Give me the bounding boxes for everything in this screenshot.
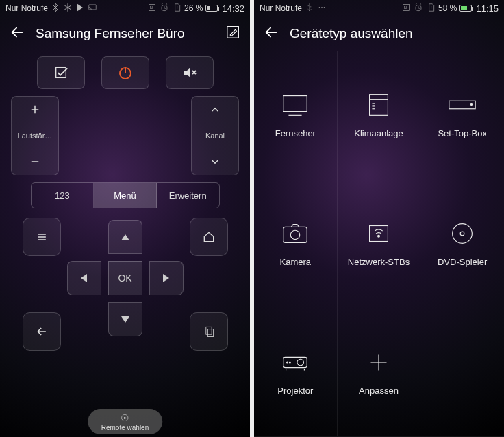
device-label: DVD-Spieler: [438, 257, 487, 267]
remote-screen: Nur Notrufe N ! 26 %: [0, 0, 250, 437]
alarm-icon: [414, 3, 423, 14]
volume-rocker[interactable]: Lautstär…: [11, 96, 59, 175]
stb-icon: [446, 91, 478, 118]
check-button[interactable]: [37, 56, 85, 89]
plus-icon[interactable]: [29, 103, 41, 116]
svg-rect-30: [370, 226, 388, 242]
svg-point-11: [124, 417, 125, 419]
remote-icon: [120, 413, 129, 423]
dpad-right[interactable]: [149, 261, 184, 295]
home-button[interactable]: [190, 218, 228, 256]
svg-point-36: [287, 362, 288, 363]
nfc-icon: N: [147, 3, 157, 14]
usb-icon: [305, 3, 314, 14]
minus-icon[interactable]: [29, 155, 41, 168]
device-stb[interactable]: Set-Top-Box: [420, 51, 504, 179]
device-label: Projektor: [277, 386, 313, 396]
device-label: Fernseher: [275, 128, 316, 138]
empty-cell: [420, 308, 504, 437]
alarm-icon: [160, 3, 169, 14]
cast-icon: [88, 3, 97, 14]
clock: 14:32: [222, 3, 244, 14]
svg-rect-19: [284, 96, 307, 112]
svg-text:!: !: [177, 5, 178, 10]
disc-icon: [446, 220, 478, 247]
dpad-down[interactable]: [108, 302, 142, 336]
svg-rect-8: [205, 327, 211, 334]
snow-icon: [63, 3, 73, 14]
device-label: Netzwerk-STBs: [348, 257, 410, 267]
svg-rect-28: [284, 227, 307, 242]
plus-icon: [363, 349, 394, 376]
status-bar: Nur Notrufe N ! 58 % 11:15: [254, 0, 504, 16]
no-sim-icon: !: [426, 3, 436, 14]
volume-label: Lautstär…: [18, 132, 53, 140]
device-label: Anpassen: [359, 386, 399, 396]
dpad-up[interactable]: [108, 220, 142, 254]
device-ac[interactable]: Klimaanlage: [338, 51, 421, 179]
svg-point-12: [319, 7, 320, 8]
device-camera[interactable]: Kamera: [254, 179, 338, 308]
segment-menu[interactable]: Menü: [94, 183, 157, 208]
power-button[interactable]: [101, 56, 149, 89]
list-button[interactable]: [23, 218, 61, 256]
battery-percent: 26 %: [184, 3, 203, 13]
svg-text:!: !: [431, 5, 432, 10]
chevron-up-icon[interactable]: [209, 103, 221, 116]
projector-icon: [279, 349, 311, 376]
status-bar: Nur Notrufe N ! 26 %: [0, 0, 250, 16]
tv-icon: [279, 91, 311, 118]
battery-percent: 58 %: [438, 3, 457, 13]
page-title: Samsung Fernseher Büro: [36, 26, 214, 41]
back-icon[interactable]: [264, 25, 279, 42]
mode-segments: 123 Menü Erweitern: [31, 182, 220, 208]
dpad-left[interactable]: [67, 261, 101, 295]
battery-icon: [459, 5, 472, 12]
remote-select-label: Remote wählen: [101, 424, 149, 432]
page-title: Gerätetyp auswählen: [290, 26, 494, 41]
segment-extend[interactable]: Erweitern: [157, 183, 219, 208]
chevron-down-icon[interactable]: [209, 155, 221, 168]
svg-text:N: N: [404, 5, 407, 10]
copy-button[interactable]: [190, 312, 228, 351]
svg-rect-9: [207, 329, 213, 337]
device-dvd[interactable]: DVD-Spieler: [420, 179, 504, 308]
remote-select-pill[interactable]: Remote wählen: [88, 409, 162, 434]
mute-button[interactable]: [166, 56, 214, 89]
svg-point-37: [290, 362, 291, 363]
channel-rocker[interactable]: Kanal: [191, 96, 239, 175]
dpad-area: OK: [23, 218, 228, 355]
ac-icon: [363, 91, 394, 118]
svg-text:N: N: [150, 5, 153, 10]
svg-point-35: [297, 359, 304, 366]
device-label: Set-Top-Box: [438, 128, 487, 138]
segment-numpad[interactable]: 123: [32, 183, 94, 208]
nfc-icon: N: [401, 3, 411, 14]
svg-point-33: [460, 232, 464, 236]
clock: 11:15: [476, 3, 499, 14]
svg-point-32: [453, 224, 473, 244]
dots-icon: [317, 3, 327, 14]
svg-rect-21: [370, 95, 388, 116]
device-label: Kamera: [280, 257, 312, 267]
svg-point-31: [378, 235, 380, 237]
device-network-stb[interactable]: Netzwerk-STBs: [338, 179, 421, 308]
back-icon[interactable]: [10, 25, 25, 42]
device-custom[interactable]: Anpassen: [338, 308, 421, 437]
svg-point-29: [291, 230, 300, 239]
no-sim-icon: !: [172, 3, 181, 14]
edit-icon[interactable]: [225, 25, 240, 42]
back-remote-button[interactable]: [23, 312, 61, 351]
remote-body: Lautstär… Kanal 123 Menü Erweitern: [0, 51, 250, 437]
svg-rect-6: [55, 68, 66, 78]
play-store-icon: [75, 3, 85, 14]
device-type-screen: Nur Notrufe N ! 58 % 11:15: [254, 0, 504, 437]
dpad-ok[interactable]: OK: [108, 261, 142, 295]
device-tv[interactable]: Fernseher: [254, 51, 338, 179]
router-icon: [363, 220, 394, 247]
device-projector[interactable]: Projektor: [254, 308, 338, 437]
bluetooth-icon: [51, 3, 60, 14]
svg-point-14: [324, 7, 325, 8]
app-header: Gerätetyp auswählen: [254, 16, 504, 51]
device-grid: Fernseher Klimaanlage Set-Top-Box Kamera…: [254, 51, 504, 437]
